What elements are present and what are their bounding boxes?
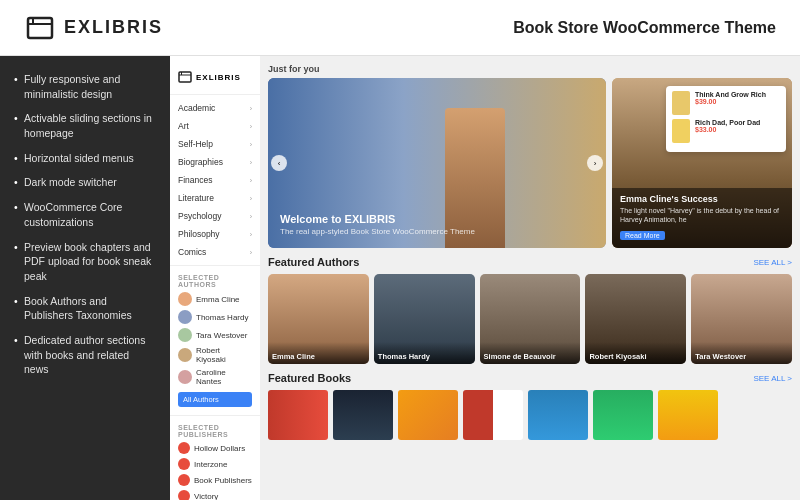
- author-card[interactable]: Tara Westover: [691, 274, 792, 364]
- author-card[interactable]: Thomas Hardy: [374, 274, 475, 364]
- publisher-dot: [178, 490, 190, 500]
- publisher-name: Hollow Dollars: [194, 444, 245, 453]
- author-name-overlay: Tara Westover: [691, 342, 792, 364]
- nav-category-item[interactable]: Psychology›: [170, 207, 260, 225]
- book-thumb[interactable]: [463, 390, 523, 440]
- hero-right-slide: Think And Grow Rich $39.00 Rich Dad, Poo…: [612, 78, 792, 248]
- nav-publisher-row[interactable]: Victory: [170, 488, 260, 500]
- featured-authors-header: Featured Authors SEE ALL >: [268, 256, 792, 268]
- nav-author-row[interactable]: Tara Westover: [170, 326, 260, 344]
- nav-authors: Emma ClineThomas HardyTara WestoverRober…: [170, 290, 260, 388]
- nav-publisher-row[interactable]: Hollow Dollars: [170, 440, 260, 456]
- featured-authors-title: Featured Authors: [268, 256, 359, 268]
- hero-overlay: Welcome to EXLIBRIS The real app-styled …: [280, 213, 475, 236]
- exlibris-logo-icon: [24, 12, 56, 44]
- header: EXLIBRIS Book Store WooCommerce Theme: [0, 0, 800, 56]
- content-area: EXLIBRIS Academic›Art›Self-Help›Biograph…: [170, 56, 800, 500]
- nav-category-item[interactable]: Finances›: [170, 171, 260, 189]
- nav-category-item[interactable]: Art›: [170, 117, 260, 135]
- author-name-overlay: Simone de Beauvoir: [480, 342, 581, 364]
- nav-selected-authors-label: SELECTED AUTHORS: [170, 270, 260, 290]
- book-thumb[interactable]: [658, 390, 718, 440]
- feature-item: Horizontal sided menus: [14, 151, 156, 166]
- hero-success-text: The light novel "Harvey" is the debut by…: [620, 206, 784, 224]
- chevron-right-icon: ›: [250, 195, 252, 202]
- nav-category-item[interactable]: Philosophy›: [170, 225, 260, 243]
- nav-category-item[interactable]: Biographies›: [170, 153, 260, 171]
- hero-left-slide: ‹ › Welcome to EXLIBRIS The real app-sty…: [268, 78, 606, 248]
- nav-category-label: Philosophy: [178, 229, 220, 239]
- author-name-overlay: Thomas Hardy: [374, 342, 475, 364]
- nav-publisher-row[interactable]: Interzone: [170, 456, 260, 472]
- author-avatar: [178, 370, 192, 384]
- author-name: Emma Cline: [196, 295, 240, 304]
- book-thumb[interactable]: [268, 390, 328, 440]
- header-logo: EXLIBRIS: [24, 12, 163, 44]
- feature-item: Preview book chapters and PDF upload for…: [14, 240, 156, 284]
- publisher-name: Book Publishers: [194, 476, 252, 485]
- chevron-right-icon: ›: [250, 105, 252, 112]
- book-thumb[interactable]: [398, 390, 458, 440]
- read-more-button[interactable]: Read More: [620, 231, 665, 240]
- book-card-row2: Rich Dad, Poor Dad $33.00: [672, 119, 780, 143]
- book-cover-2: [672, 119, 690, 143]
- featured-authors-see-all[interactable]: SEE ALL >: [753, 258, 792, 267]
- main-layout: Fully responsive and minimalistic design…: [0, 56, 800, 500]
- nav-publisher-row[interactable]: Book Publishers: [170, 472, 260, 488]
- featured-books-row: [268, 390, 792, 440]
- nav-author-row[interactable]: Caroline Nantes: [170, 366, 260, 388]
- author-name-overlay: Robert Kiyosaki: [585, 342, 686, 364]
- featured-books-see-all[interactable]: SEE ALL >: [753, 374, 792, 383]
- chevron-right-icon: ›: [250, 249, 252, 256]
- publisher-dot: [178, 458, 190, 470]
- nav-category-item[interactable]: Academic›: [170, 99, 260, 117]
- book-card: Think And Grow Rich $39.00 Rich Dad, Poo…: [666, 86, 786, 152]
- author-card[interactable]: Robert Kiyosaki: [585, 274, 686, 364]
- feature-item: Activable sliding sections in homepage: [14, 111, 156, 140]
- chevron-right-icon: ›: [250, 159, 252, 166]
- svg-rect-3: [179, 72, 191, 82]
- nav-category-item[interactable]: Self-Help›: [170, 135, 260, 153]
- book-info-2: Rich Dad, Poor Dad $33.00: [695, 119, 760, 133]
- all-authors-button[interactable]: All Authors: [178, 392, 252, 407]
- hero-success-overlay: Emma Cline's Success The light novel "Ha…: [612, 188, 792, 248]
- book-thumb[interactable]: [333, 390, 393, 440]
- features-sidebar: Fully responsive and minimalistic design…: [0, 56, 170, 500]
- nav-category-item[interactable]: Literature›: [170, 189, 260, 207]
- feature-item: Fully responsive and minimalistic design: [14, 72, 156, 101]
- publisher-dot: [178, 442, 190, 454]
- author-name-overlay: Emma Cline: [268, 342, 369, 364]
- nav-category-label: Literature: [178, 193, 214, 203]
- book-price-1: $39.00: [695, 98, 766, 105]
- nav-author-row[interactable]: Robert Kiyosaki: [170, 344, 260, 366]
- feature-item: Book Authors and Publishers Taxonomies: [14, 294, 156, 323]
- hero-prev-button[interactable]: ‹: [271, 155, 287, 171]
- nav-categories: Academic›Art›Self-Help›Biographies›Finan…: [170, 99, 260, 261]
- nav-category-item[interactable]: Comics›: [170, 243, 260, 261]
- author-card[interactable]: Emma Cline: [268, 274, 369, 364]
- author-name: Thomas Hardy: [196, 313, 248, 322]
- nav-sidebar: EXLIBRIS Academic›Art›Self-Help›Biograph…: [170, 56, 260, 500]
- chevron-right-icon: ›: [250, 123, 252, 130]
- author-avatar: [178, 310, 192, 324]
- feature-item: Dedicated author sections with books and…: [14, 333, 156, 377]
- book-thumb[interactable]: [528, 390, 588, 440]
- nav-author-row[interactable]: Thomas Hardy: [170, 308, 260, 326]
- author-name: Caroline Nantes: [196, 368, 252, 386]
- chevron-right-icon: ›: [250, 141, 252, 148]
- book-card-row1: Think And Grow Rich $39.00: [672, 91, 780, 115]
- author-card[interactable]: Simone de Beauvoir: [480, 274, 581, 364]
- hero-area: ‹ › Welcome to EXLIBRIS The real app-sty…: [268, 78, 792, 248]
- header-logo-text: EXLIBRIS: [64, 17, 163, 38]
- hero-success-title: Emma Cline's Success: [620, 194, 784, 204]
- book-title-2: Rich Dad, Poor Dad: [695, 119, 760, 126]
- nav-author-row[interactable]: Emma Cline: [170, 290, 260, 308]
- nav-publishers: Hollow DollarsInterzoneBook PublishersVi…: [170, 440, 260, 500]
- hero-subtitle: The real app-styled Book Store WooCommer…: [280, 227, 475, 236]
- book-thumb[interactable]: [593, 390, 653, 440]
- hero-next-button[interactable]: ›: [587, 155, 603, 171]
- author-name: Tara Westover: [196, 331, 247, 340]
- header-title: Book Store WooCommerce Theme: [513, 19, 776, 37]
- nav-category-label: Comics: [178, 247, 206, 257]
- feature-item: WooCommerce Core customizations: [14, 200, 156, 229]
